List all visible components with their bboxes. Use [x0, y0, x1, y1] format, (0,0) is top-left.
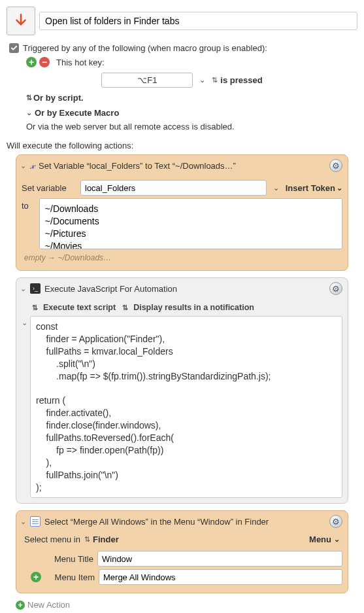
action-title: Set Variable “local_Folders” to Text “~/… [39, 161, 236, 171]
hotkey-label: This hot key: [56, 58, 105, 67]
check-icon [10, 44, 18, 52]
menu-icon [30, 516, 41, 527]
hotkey-dropdown[interactable]: ⌄ [197, 76, 208, 84]
chevron-down-icon[interactable]: ⌄ [26, 109, 32, 117]
hotkey-field[interactable]: ⌥F1 [101, 73, 193, 88]
action-execute-jxa[interactable]: ⌄ ›_ Execute JavaScript For Automation ⚙… [16, 277, 348, 504]
menu-button[interactable]: Menu⌄ [309, 534, 340, 544]
hint-text: ~/Downloads… [58, 253, 111, 262]
remove-trigger-button[interactable]: − [39, 57, 50, 67]
menu-title-label: Menu Title [22, 554, 93, 564]
updown-icon[interactable]: ⇅ [32, 304, 37, 312]
variable-dropdown[interactable]: ⌄ [271, 184, 282, 192]
menu-item-input[interactable] [99, 569, 342, 585]
gear-icon[interactable]: ⚙ [329, 159, 342, 172]
select-menu-in-label: Select menu in [24, 534, 80, 544]
triggered-label: Triggered by any of the following (when … [23, 43, 267, 53]
arrow-down-icon [12, 12, 29, 29]
new-action-label[interactable]: New Action [27, 600, 70, 610]
is-pressed-label[interactable]: is pressed [220, 75, 262, 85]
updown-icon[interactable]: ⇅ [212, 76, 216, 84]
action-title: Select “Merge All Windows” in the Menu “… [44, 517, 269, 527]
updown-icon[interactable]: ⇅ [122, 304, 127, 312]
menu-item-label: Menu Item [45, 572, 95, 582]
to-label: to [22, 198, 34, 211]
gear-icon[interactable]: ⚙ [329, 282, 342, 295]
set-variable-label: Set variable [22, 183, 76, 193]
action-set-variable[interactable]: ⌄ 𝓍 Set Variable “local_Folders” to Text… [16, 154, 348, 271]
variable-name-input[interactable] [80, 180, 267, 196]
script-editor[interactable]: const finder = Application("Finder"), fu… [30, 316, 342, 498]
add-trigger-button[interactable]: + [26, 57, 37, 67]
updown-icon[interactable]: ⇅ [84, 535, 89, 544]
triggered-checkbox[interactable] [9, 43, 19, 53]
menu-title-input[interactable] [97, 551, 342, 567]
updown-icon[interactable]: ⇅ [26, 94, 31, 102]
disclose-icon[interactable]: ⌄ [20, 517, 26, 526]
macro-title-input[interactable] [39, 12, 357, 30]
action-title: Execute JavaScript For Automation [44, 284, 177, 294]
display-results-select[interactable]: Display results in a notification [133, 303, 254, 312]
add-action-button[interactable]: + [16, 601, 25, 610]
exec-script-select[interactable]: Execute text script [43, 303, 116, 312]
disclose-icon[interactable]: ⌄ [20, 162, 26, 170]
disclose-icon[interactable]: ⌄ [20, 285, 26, 293]
insert-token-button[interactable]: Insert Token⌄ [286, 183, 342, 193]
disclose-icon[interactable]: ⌄ [22, 316, 27, 327]
terminal-icon: ›_ [30, 283, 41, 294]
actions-header: Will execute the following actions: [7, 141, 357, 150]
or-execute-label[interactable]: Or by Execute Macro [35, 108, 119, 118]
add-menu-item-button[interactable]: + [31, 572, 41, 582]
or-script-label[interactable]: Or by script. [33, 93, 84, 103]
variable-text-input[interactable] [39, 198, 342, 249]
app-select[interactable]: Finder [93, 534, 119, 544]
macro-icon[interactable] [7, 7, 35, 35]
or-web-label: Or via the web server but all remote acc… [26, 122, 357, 131]
gear-icon[interactable]: ⚙ [329, 515, 342, 528]
action-select-menu[interactable]: ⌄ Select “Merge All Windows” in the Menu… [16, 510, 348, 593]
variable-icon: 𝓍 [30, 160, 35, 171]
